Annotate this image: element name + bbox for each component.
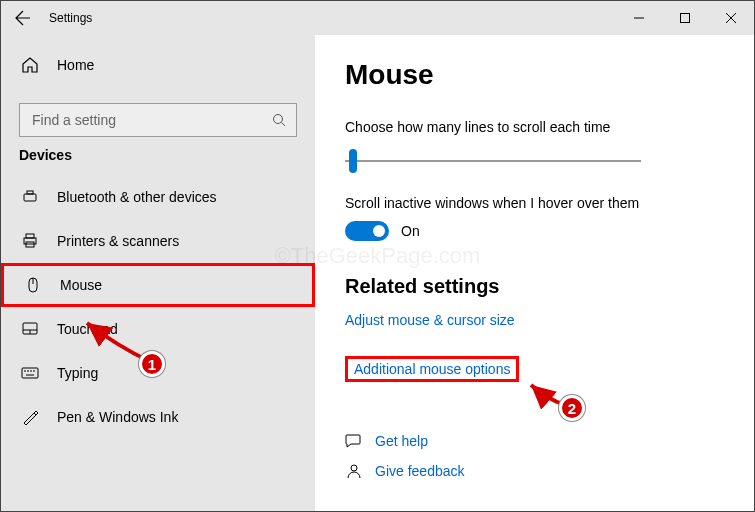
toggle-state-label: On	[401, 223, 420, 239]
additional-mouse-options-link[interactable]: Additional mouse options	[345, 356, 519, 382]
slider-track	[345, 160, 641, 162]
annotation-marker-2: 2	[559, 395, 585, 421]
svg-rect-9	[26, 234, 34, 238]
home-label: Home	[57, 57, 94, 73]
title-bar: Settings	[1, 1, 754, 35]
svg-line-5	[282, 123, 286, 127]
page-heading: Mouse	[345, 59, 724, 91]
sidebar-item-bluetooth[interactable]: Bluetooth & other devices	[1, 175, 315, 219]
sidebar-item-printers[interactable]: Printers & scanners	[1, 219, 315, 263]
home-nav[interactable]: Home	[1, 43, 315, 87]
svg-rect-7	[27, 191, 33, 194]
pen-icon	[19, 406, 41, 428]
sidebar-item-mouse[interactable]: Mouse	[1, 263, 315, 307]
sidebar-item-label: Pen & Windows Ink	[57, 409, 178, 425]
keyboard-icon	[19, 362, 41, 384]
scroll-lines-label: Choose how many lines to scroll each tim…	[345, 119, 724, 135]
slider-thumb[interactable]	[349, 149, 357, 173]
scroll-inactive-toggle[interactable]	[345, 221, 389, 241]
window-title: Settings	[49, 11, 92, 25]
search-icon	[272, 113, 286, 127]
feedback-label: Give feedback	[375, 463, 465, 479]
get-help-link[interactable]: Get help	[345, 432, 724, 450]
svg-rect-16	[22, 368, 38, 378]
sidebar-item-label: Mouse	[60, 277, 102, 293]
help-label: Get help	[375, 433, 428, 449]
window-controls	[616, 1, 754, 35]
sidebar-item-label: Printers & scanners	[57, 233, 179, 249]
feedback-icon	[345, 462, 363, 480]
adjust-mouse-link[interactable]: Adjust mouse & cursor size	[345, 312, 515, 328]
minimize-button[interactable]	[616, 1, 662, 35]
bluetooth-icon	[19, 186, 41, 208]
search-box[interactable]	[19, 103, 297, 137]
maximize-icon	[680, 13, 690, 23]
annotation-marker-1: 1	[139, 351, 165, 377]
help-icon	[345, 432, 363, 450]
sidebar: Home Devices Bluetooth & other devices P…	[1, 35, 315, 512]
svg-point-4	[274, 115, 283, 124]
sidebar-item-label: Bluetooth & other devices	[57, 189, 217, 205]
related-settings-heading: Related settings	[345, 275, 724, 298]
scroll-lines-slider[interactable]	[345, 145, 641, 177]
mouse-icon	[22, 274, 44, 296]
svg-point-22	[351, 465, 357, 471]
home-icon	[19, 54, 41, 76]
touchpad-icon	[19, 318, 41, 340]
back-arrow-icon	[15, 10, 31, 26]
back-button[interactable]	[1, 1, 45, 35]
close-icon	[726, 13, 736, 23]
give-feedback-link[interactable]: Give feedback	[345, 462, 724, 480]
svg-rect-1	[681, 14, 690, 23]
scroll-inactive-label: Scroll inactive windows when I hover ove…	[345, 195, 724, 211]
main-panel: Mouse Choose how many lines to scroll ea…	[315, 35, 754, 512]
sidebar-item-label: Typing	[57, 365, 98, 381]
sidebar-item-pen[interactable]: Pen & Windows Ink	[1, 395, 315, 439]
maximize-button[interactable]	[662, 1, 708, 35]
search-input[interactable]	[30, 111, 272, 129]
minimize-icon	[634, 13, 644, 23]
printer-icon	[19, 230, 41, 252]
svg-rect-6	[24, 194, 36, 201]
sidebar-section-title: Devices	[19, 147, 315, 163]
close-button[interactable]	[708, 1, 754, 35]
